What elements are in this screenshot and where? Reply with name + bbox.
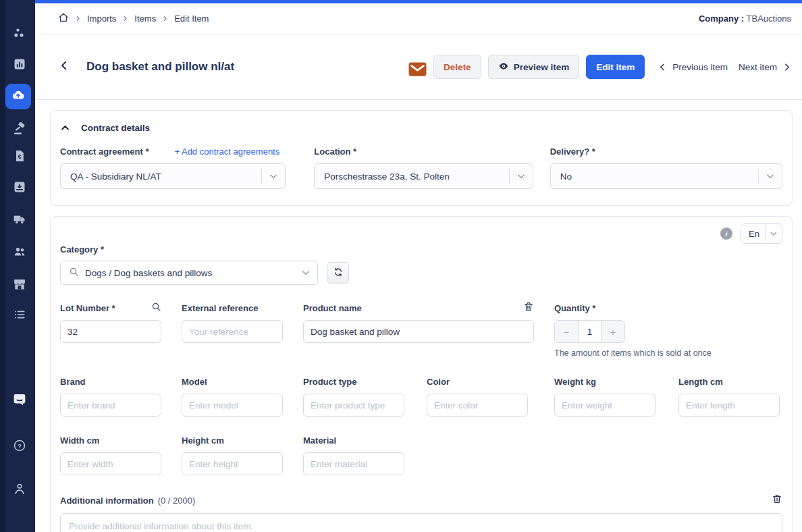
back-button[interactable]: [58, 59, 73, 74]
bar-chart-icon: [13, 57, 26, 74]
sidebar-item-reports[interactable]: [8, 54, 31, 77]
weight-field: Weight kg: [554, 375, 678, 417]
contract-details-toggle[interactable]: Contract details: [60, 123, 782, 133]
company-value: TBAuctions: [747, 14, 791, 24]
item-pager: Previous item Next item: [658, 62, 791, 72]
lot-number-field: Lot Number *: [60, 302, 182, 358]
trash-icon[interactable]: [523, 301, 534, 315]
location-select[interactable]: Porschestrasse 23a, St. Polten: [314, 163, 533, 189]
trash-icon[interactable]: [772, 494, 782, 507]
preview-item-button[interactable]: Preview item: [488, 55, 580, 79]
quantity-helper-text: The amount of items which is sold at onc…: [554, 348, 780, 358]
weight-label: Weight kg: [554, 377, 596, 387]
color-input[interactable]: [427, 394, 528, 417]
width-input[interactable]: [60, 452, 161, 475]
product-type-label: Product type: [303, 377, 356, 387]
previous-item-label: Previous item: [672, 62, 728, 72]
location-label: Location *: [314, 147, 356, 157]
sidebar-item-help[interactable]: ?: [8, 435, 31, 458]
sidebar-item-auctions[interactable]: [8, 119, 31, 142]
info-icon[interactable]: i: [720, 228, 732, 240]
external-reference-label: External reference: [182, 303, 258, 313]
brand-input[interactable]: [60, 394, 161, 417]
list-icon: [13, 308, 26, 324]
quantity-increase-button[interactable]: +: [601, 321, 624, 342]
weight-input[interactable]: [554, 394, 656, 417]
refresh-icon: [333, 267, 344, 280]
inbox-download-icon: [13, 180, 26, 196]
brand-label: Brand: [60, 377, 86, 387]
home-icon[interactable]: [58, 12, 69, 25]
mail-icon[interactable]: [408, 60, 427, 74]
eye-icon: [498, 61, 509, 74]
external-reference-field: External reference: [182, 302, 303, 358]
height-label: Height cm: [182, 435, 224, 446]
material-input[interactable]: [303, 452, 404, 475]
chevron-down-icon: [759, 171, 782, 181]
sidebar-item-lists[interactable]: [8, 304, 31, 327]
company-label: Company :: [699, 14, 744, 24]
sidebar-item-store[interactable]: [8, 274, 31, 297]
quantity-decrease-button[interactable]: −: [555, 321, 579, 342]
sidebar-item-apps[interactable]: [8, 24, 31, 47]
contract-agreement-value: QA - Subsidiary NL/AT: [61, 171, 261, 182]
length-input[interactable]: [678, 394, 780, 417]
sidebar-item-transport[interactable]: [8, 209, 31, 232]
page-header: Dog basket and pillow nl/at Delete Previ…: [35, 34, 802, 100]
length-label: Length cm: [678, 377, 723, 387]
sidebar-item-invoices[interactable]: €: [8, 146, 31, 169]
refresh-category-button[interactable]: [327, 262, 349, 284]
product-type-input[interactable]: [303, 394, 404, 417]
previous-item-link[interactable]: Previous item: [658, 62, 728, 72]
next-item-link[interactable]: Next item: [739, 62, 791, 72]
search-icon: [61, 267, 79, 280]
quantity-value[interactable]: 1: [579, 321, 601, 342]
sidebar-item-customers[interactable]: [8, 242, 31, 265]
preview-label: Preview item: [514, 62, 570, 72]
storefront-icon: [13, 277, 26, 294]
cloud-upload-icon: [11, 88, 25, 105]
sidebar-item-chat[interactable]: [8, 390, 31, 413]
breadcrumb-separator-icon: [122, 15, 129, 22]
height-input[interactable]: [182, 452, 283, 475]
breadcrumb-items[interactable]: Items: [134, 14, 156, 24]
lot-search-icon[interactable]: [151, 302, 161, 315]
character-counter: (0 / 2000): [158, 496, 196, 506]
company-indicator: Company : TBAuctions: [699, 14, 791, 24]
category-select[interactable]: Dogs / Dog baskets and pillows: [60, 261, 318, 285]
external-reference-input[interactable]: [182, 320, 283, 343]
contract-details-card: Contract details Contract agreement * + …: [50, 110, 793, 206]
model-input[interactable]: [182, 394, 283, 417]
material-field: Material: [303, 434, 427, 475]
category-value: Dogs / Dog baskets and pillows: [79, 268, 294, 278]
sidebar-item-downloads[interactable]: [8, 177, 31, 200]
language-value: En: [741, 229, 765, 239]
sidebar-item-profile[interactable]: [8, 479, 31, 502]
chevron-down-icon: [294, 268, 317, 277]
quantity-field: Quantity * − 1 + The amount of items whi…: [554, 302, 780, 358]
language-select[interactable]: En: [741, 223, 782, 244]
product-name-input[interactable]: [303, 320, 534, 343]
add-contract-agreements-link[interactable]: + Add contract agreements: [174, 147, 279, 157]
edit-label: Edit item: [596, 62, 635, 72]
contract-agreement-field: Contract agreement * + Add contract agre…: [60, 145, 286, 189]
contract-agreement-select[interactable]: QA - Subsidiary NL/AT: [60, 163, 286, 189]
delivery-select[interactable]: No: [550, 163, 782, 189]
color-field: Color: [427, 375, 554, 417]
svg-text:€: €: [18, 153, 21, 160]
breadcrumb-separator-icon: [161, 15, 169, 22]
delete-button[interactable]: Delete: [433, 55, 481, 79]
content: Imports Items Edit Item Company : TBAuct…: [35, 3, 802, 532]
chevron-down-icon: [510, 171, 533, 181]
additional-information-textarea[interactable]: [60, 513, 782, 532]
main-area: Contract details Contract agreement * + …: [35, 100, 802, 532]
edit-item-button[interactable]: Edit item: [586, 55, 645, 79]
breadcrumb-imports[interactable]: Imports: [87, 14, 116, 24]
location-value: Porschestrasse 23a, St. Polten: [315, 171, 508, 182]
quantity-stepper: − 1 +: [554, 320, 625, 343]
quantity-label: Quantity *: [554, 303, 595, 313]
lot-number-input[interactable]: [60, 320, 161, 343]
contract-agreement-label: Contract agreement *: [60, 147, 149, 157]
sidebar-item-imports[interactable]: [5, 84, 31, 109]
breadcrumb-edit-item: Edit Item: [174, 14, 209, 24]
